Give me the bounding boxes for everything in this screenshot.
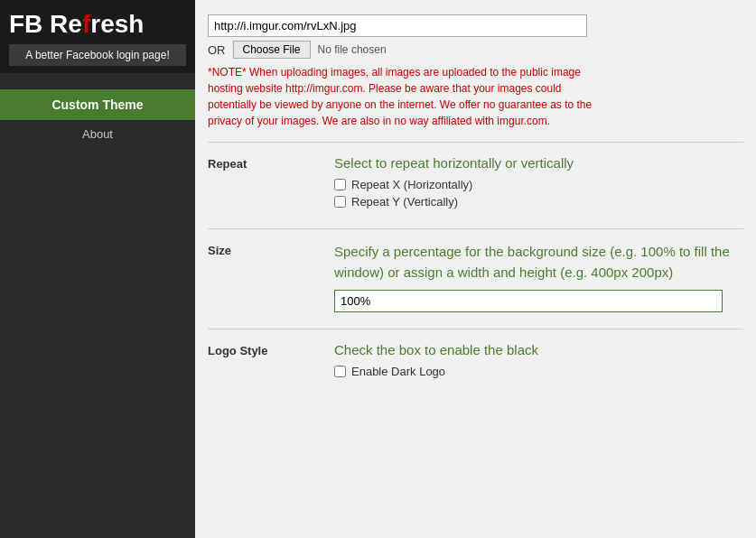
repeat-section: Repeat Select to repeat horizontally or … <box>208 143 743 229</box>
logo-area: FB Refresh A better Facebook login page! <box>0 0 195 73</box>
logo-style-content: Check the box to enable the black Enable… <box>334 342 743 382</box>
upload-note: *NOTE* When uploading images, all images… <box>208 64 596 129</box>
repeat-y-row: Repeat Y (Vertically) <box>334 195 743 209</box>
logo-subtitle: A better Facebook login page! <box>9 44 186 66</box>
repeat-x-checkbox[interactable] <box>334 179 346 190</box>
image-url-input[interactable] <box>208 14 587 37</box>
dark-logo-row: Enable Dark Logo <box>334 365 743 378</box>
image-upload-section: OR Choose File No file chosen *NOTE* Whe… <box>208 9 743 143</box>
size-section: Size Specify a percentage for the backgr… <box>208 229 743 329</box>
sidebar: FB Refresh A better Facebook login page!… <box>0 0 195 538</box>
logo-highlight: f <box>82 10 90 38</box>
size-description: Specify a percentage for the background … <box>334 242 743 283</box>
choose-file-button[interactable]: Choose File <box>233 41 311 59</box>
logo-style-label: Logo Style <box>208 342 334 357</box>
repeat-x-row: Repeat X (Horizontally) <box>334 178 743 191</box>
sidebar-item-about[interactable]: About <box>0 120 195 148</box>
or-row: OR Choose File No file chosen <box>208 41 743 59</box>
repeat-y-label: Repeat Y (Vertically) <box>351 195 458 209</box>
dark-logo-label: Enable Dark Logo <box>351 365 445 378</box>
logo-style-section: Logo Style Check the box to enable the b… <box>208 329 743 398</box>
repeat-content: Select to repeat horizontally or vertica… <box>334 155 743 212</box>
repeat-x-label: Repeat X (Horizontally) <box>351 178 472 191</box>
or-label: OR <box>208 43 226 57</box>
size-content: Specify a percentage for the background … <box>334 242 743 312</box>
no-file-label: No file chosen <box>318 43 387 56</box>
repeat-title: Select to repeat horizontally or vertica… <box>334 155 743 171</box>
dark-logo-checkbox[interactable] <box>334 366 346 377</box>
sidebar-item-custom-theme[interactable]: Custom Theme <box>0 89 195 120</box>
size-input[interactable] <box>334 290 723 312</box>
main-content: OR Choose File No file chosen *NOTE* Whe… <box>195 0 756 538</box>
size-label: Size <box>208 242 334 257</box>
repeat-y-checkbox[interactable] <box>334 196 346 208</box>
repeat-label: Repeat <box>208 155 334 171</box>
app-logo: FB Refresh <box>9 11 186 39</box>
logo-check-title: Check the box to enable the black <box>334 342 743 357</box>
